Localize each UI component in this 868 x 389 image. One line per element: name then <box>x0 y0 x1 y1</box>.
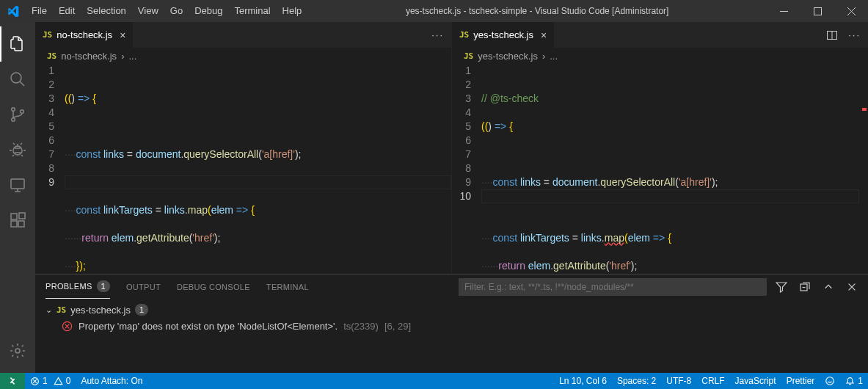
debug-icon[interactable] <box>0 132 35 167</box>
breadcrumb[interactable]: JS no-tscheck.js › ... <box>35 48 451 64</box>
remote-explorer-icon[interactable] <box>0 167 35 203</box>
svg-point-5 <box>21 110 24 114</box>
svg-point-12 <box>15 349 20 353</box>
svg-point-2 <box>11 73 21 83</box>
status-cursor-position[interactable]: Ln 10, Col 6 <box>554 373 612 389</box>
tab-close-icon[interactable]: × <box>120 29 125 41</box>
status-auto-attach[interactable]: Auto Attach: On <box>76 373 147 389</box>
split-editor-icon[interactable] <box>826 29 838 41</box>
status-feedback-icon[interactable] <box>820 373 840 389</box>
svg-rect-7 <box>11 179 24 189</box>
activity-bar <box>0 22 35 373</box>
tab-yes-tscheck[interactable]: JS yes-tscheck.js × <box>452 22 554 48</box>
status-errors[interactable]: 1 0 <box>25 373 76 389</box>
svg-rect-0 <box>780 11 788 12</box>
status-eol[interactable]: CRLF <box>696 373 729 389</box>
gutter: 123456789 <box>35 64 65 274</box>
breadcrumb[interactable]: JS yes-tscheck.js › ... <box>452 48 868 64</box>
main-menu: File Edit Selection View Go Debug Termin… <box>26 0 307 22</box>
menu-edit[interactable]: Edit <box>53 0 81 22</box>
chevron-right-icon: › <box>542 51 545 62</box>
settings-gear-icon[interactable] <box>0 333 35 368</box>
problem-file-label: yes-tscheck.js <box>70 305 131 316</box>
svg-rect-11 <box>19 213 25 219</box>
panel-tab-output[interactable]: OUTPUT <box>126 283 161 291</box>
problem-location: [6, 29] <box>384 321 411 332</box>
extensions-icon[interactable] <box>0 203 35 238</box>
js-file-icon: JS <box>47 51 56 61</box>
js-file-icon: JS <box>464 51 473 61</box>
menu-file[interactable]: File <box>26 0 53 22</box>
search-icon[interactable] <box>0 62 35 97</box>
bottom-panel: PROBLEMS 1 OUTPUT DEBUG CONSOLE TERMINAL… <box>35 274 868 373</box>
status-indentation[interactable]: Spaces: 2 <box>612 373 661 389</box>
chevron-up-icon[interactable] <box>820 278 837 296</box>
breadcrumb-file: no-tscheck.js <box>61 51 117 62</box>
source-control-icon[interactable] <box>0 97 35 132</box>
explorer-icon[interactable] <box>0 26 35 62</box>
svg-rect-9 <box>11 221 17 227</box>
svg-point-6 <box>13 146 22 155</box>
editor-more-icon[interactable]: ··· <box>431 29 444 40</box>
problem-code: ts(2339) <box>343 321 379 332</box>
code-editor-right[interactable]: 12345678910 // @ts-check (() => { ····co… <box>452 64 868 274</box>
menu-help[interactable]: Help <box>277 0 308 22</box>
chevron-right-icon: › <box>121 51 124 62</box>
chevron-down-icon: ⌄ <box>45 305 52 315</box>
status-bar: 1 0 Auto Attach: On Ln 10, Col 6 Spaces:… <box>0 373 868 389</box>
problems-count-badge: 1 <box>97 280 110 292</box>
status-prettier[interactable]: Prettier <box>781 373 820 389</box>
svg-point-18 <box>826 377 834 385</box>
file-problem-count-badge: 1 <box>135 304 148 316</box>
status-notifications[interactable]: 1 <box>840 373 868 389</box>
status-language[interactable]: JavaScript <box>730 373 781 389</box>
problems-filter-input[interactable] <box>459 278 767 296</box>
breadcrumb-rest: ... <box>128 51 136 62</box>
js-file-icon: JS <box>56 305 66 315</box>
svg-point-3 <box>12 108 15 112</box>
problem-file-row[interactable]: ⌄ JS yes-tscheck.js 1 <box>45 302 858 318</box>
menu-debug[interactable]: Debug <box>189 0 228 22</box>
breadcrumb-rest: ... <box>550 51 558 62</box>
filter-icon[interactable] <box>773 278 790 296</box>
panel-tab-problems[interactable]: PROBLEMS 1 <box>45 275 110 299</box>
panel-close-icon[interactable] <box>843 278 861 296</box>
window-title: yes-tscheck.js - tscheck-simple - Visual… <box>307 6 767 16</box>
js-file-icon: JS <box>459 30 469 40</box>
problem-item[interactable]: Property 'map' does not exist on type 'N… <box>45 318 858 334</box>
menu-selection[interactable]: Selection <box>81 0 131 22</box>
svg-rect-8 <box>11 214 17 219</box>
error-icon <box>62 321 73 332</box>
titlebar: File Edit Selection View Go Debug Termin… <box>0 0 868 22</box>
gutter: 12345678910 <box>452 64 481 274</box>
editor-more-icon[interactable]: ··· <box>848 29 861 41</box>
collapse-all-icon[interactable] <box>796 278 814 296</box>
remote-indicator[interactable] <box>0 373 25 389</box>
panel-tab-debug-console[interactable]: DEBUG CONSOLE <box>177 283 250 291</box>
editor-group-left: JS no-tscheck.js × ··· JS no-tscheck.js … <box>35 22 452 274</box>
breadcrumb-file: yes-tscheck.js <box>478 51 538 62</box>
tab-close-icon[interactable]: × <box>541 29 547 41</box>
js-file-icon: JS <box>43 30 52 40</box>
error-marker-icon[interactable] <box>862 108 867 111</box>
menu-terminal[interactable]: Terminal <box>228 0 276 22</box>
panel-tab-terminal[interactable]: TERMINAL <box>266 283 309 291</box>
menu-view[interactable]: View <box>132 0 164 22</box>
code-editor-left[interactable]: 123456789 (() => { ····const links = doc… <box>35 64 451 274</box>
tab-label: no-tscheck.js <box>56 29 112 40</box>
vscode-logo-icon <box>0 5 26 17</box>
maximize-icon[interactable] <box>800 0 834 22</box>
svg-rect-10 <box>18 221 24 227</box>
tab-no-tscheck[interactable]: JS no-tscheck.js × <box>35 22 133 48</box>
tab-label: yes-tscheck.js <box>473 29 533 40</box>
close-icon[interactable] <box>834 0 868 22</box>
status-encoding[interactable]: UTF-8 <box>661 373 696 389</box>
overview-ruler[interactable] <box>859 64 868 274</box>
minimize-icon[interactable] <box>767 0 800 22</box>
menu-go[interactable]: Go <box>164 0 189 22</box>
editor-group-right: JS yes-tscheck.js × ··· JS yes-tscheck.j… <box>452 22 868 274</box>
svg-point-4 <box>12 118 15 122</box>
problem-message: Property 'map' does not exist on type 'N… <box>79 321 338 332</box>
svg-rect-1 <box>814 7 821 15</box>
